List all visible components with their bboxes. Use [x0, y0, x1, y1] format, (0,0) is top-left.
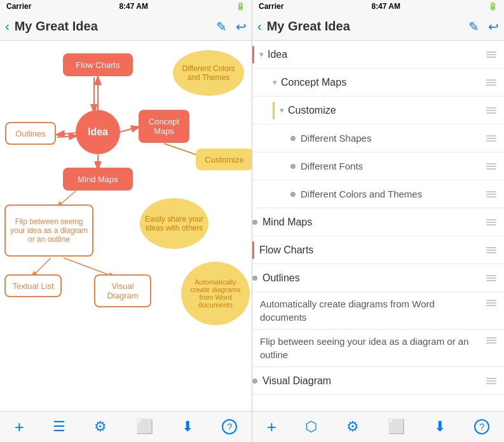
- right-share-button[interactable]: ⬜: [388, 419, 405, 435]
- right-header: ‹ My Great Idea ✎ ↩: [252, 13, 504, 41]
- visual-diagram-node[interactable]: Visual Diagram: [94, 274, 151, 307]
- flowcharts-node[interactable]: Flow Charts: [63, 53, 133, 76]
- help-icon: ?: [227, 422, 232, 432]
- outline-item-outlines[interactable]: Outlines: [252, 264, 504, 292]
- right-time: 8:47 AM: [371, 2, 400, 11]
- drag-handle[interactable]: [486, 337, 496, 344]
- right-back-button[interactable]: ‹: [257, 19, 262, 34]
- left-back-chevron-icon: ‹: [5, 19, 10, 34]
- customize-color-bar: [273, 102, 275, 119]
- outline-item-different-shapes[interactable]: Different Shapes: [252, 124, 504, 152]
- right-battery: 🔋: [488, 2, 498, 11]
- right-back-chevron-icon: ‹: [257, 19, 262, 34]
- right-panel: Carrier 8:47 AM 🔋 ‹ My Great Idea ✎ ↩ ▾ …: [252, 0, 504, 442]
- right-carrier: Carrier: [259, 2, 283, 11]
- right-undo-icon[interactable]: ↩: [488, 19, 499, 34]
- right-help-icon: ?: [479, 422, 484, 432]
- help-button[interactable]: ?: [222, 419, 237, 434]
- idea-text: Idea: [268, 49, 481, 60]
- drag-handle[interactable]: [486, 51, 496, 58]
- right-filter-button[interactable]: ⚙: [346, 419, 359, 435]
- customize-chevron-icon: ▾: [280, 105, 284, 115]
- mindmaps-node[interactable]: Mind Maps: [63, 168, 133, 191]
- concept-maps-text: Concept Maps: [281, 77, 481, 88]
- drag-handle[interactable]: [486, 275, 496, 281]
- svg-line-5: [119, 127, 139, 132]
- idea-node[interactable]: Idea: [76, 110, 120, 154]
- different-shapes-dot: [290, 136, 296, 141]
- svg-line-4: [57, 136, 76, 137]
- auto-create-label: Automatically create diagrams from Word …: [185, 278, 246, 309]
- drag-handle[interactable]: [486, 191, 496, 198]
- textual-list-label: Textual List: [12, 281, 53, 291]
- auto-create-text: Automatically create diagrams from Word …: [260, 298, 435, 323]
- left-time: 8:47 AM: [119, 2, 148, 11]
- flowcharts-label: Flow Charts: [76, 60, 119, 70]
- outline-item-auto-create[interactable]: Automatically create diagrams from Word …: [252, 292, 504, 330]
- drag-handle[interactable]: [486, 247, 496, 253]
- customize-node[interactable]: Customize: [196, 149, 252, 170]
- outline-item-different-fonts[interactable]: Different Fonts: [252, 152, 504, 180]
- visual-diagram-dot: [252, 378, 257, 384]
- outline-item-concept-maps[interactable]: ▾ Concept Maps: [252, 69, 504, 97]
- flip-label: Flip between seeing your idea as a diagr…: [10, 217, 88, 244]
- auto-create-node[interactable]: Automatically create diagrams from Word …: [181, 262, 250, 325]
- textual-list-node[interactable]: Textual List: [4, 274, 62, 297]
- drag-handle[interactable]: [486, 107, 496, 114]
- drag-handle[interactable]: [486, 163, 496, 170]
- concept-maps-node[interactable]: Concept Maps: [139, 110, 189, 143]
- outline-item-flow-charts[interactable]: Flow Charts: [252, 236, 504, 264]
- outline-item-mind-maps[interactable]: Mind Maps: [252, 208, 504, 236]
- outline-item-visual-diagram[interactable]: Visual Diagram: [252, 367, 504, 395]
- outline-item-different-colors[interactable]: Different Colors and Themes: [252, 180, 504, 208]
- left-undo-icon[interactable]: ↩: [236, 19, 247, 34]
- outlines-node[interactable]: Outlines: [5, 122, 56, 145]
- outlines-label: Outlines: [15, 129, 46, 138]
- right-mindmap-button[interactable]: ⬡: [305, 419, 317, 435]
- right-pencil-icon[interactable]: ✎: [468, 19, 479, 34]
- download-button[interactable]: ⬇: [182, 419, 193, 435]
- drag-handle[interactable]: [486, 378, 496, 384]
- outline-item-idea[interactable]: ▾ Idea: [252, 41, 504, 69]
- filter-button[interactable]: ⚙: [94, 419, 107, 435]
- left-pencil-icon[interactable]: ✎: [216, 19, 227, 34]
- drag-handle[interactable]: [486, 300, 496, 306]
- different-colors-node[interactable]: Different Colors and Themes: [173, 50, 244, 96]
- right-add-button[interactable]: +: [267, 417, 276, 437]
- different-colors-label: Different Colors and Themes: [177, 64, 240, 82]
- different-colors-dot: [290, 192, 296, 197]
- right-help-button[interactable]: ?: [474, 419, 489, 434]
- add-button[interactable]: +: [15, 417, 24, 437]
- outline-item-flip[interactable]: Flip between seeing your idea as a diagr…: [252, 330, 504, 367]
- flow-charts-text: Flow Charts: [259, 244, 481, 256]
- flow-charts-color-bar: [252, 241, 254, 259]
- left-header: ‹ My Great Idea ✎ ↩: [0, 13, 252, 41]
- flip-node[interactable]: Flip between seeing your idea as a diagr…: [4, 204, 93, 257]
- mindmaps-label: Mind Maps: [78, 175, 118, 184]
- concept-maps-label: Concept Maps: [149, 117, 179, 136]
- idea-chevron-icon: ▾: [259, 50, 264, 59]
- left-back-button[interactable]: ‹: [5, 19, 10, 34]
- right-toolbar: + ⬡ ⚙ ⬜ ⬇ ?: [252, 411, 504, 442]
- easily-share-node[interactable]: Easily share your ideas with others: [140, 198, 208, 249]
- left-toolbar: + ☰ ⚙ ⬜ ⬇ ?: [0, 411, 252, 442]
- visual-diagram-label: Visual Diagram: [107, 281, 138, 300]
- mind-maps-text: Mind Maps: [262, 217, 481, 228]
- easily-share-label: Easily share your ideas with others: [144, 215, 205, 232]
- different-colors-text: Different Colors and Themes: [301, 189, 481, 199]
- flip-text: Flip between seeing your idea as a diagr…: [260, 336, 469, 360]
- outline-item-customize[interactable]: ▾ Customize: [252, 97, 504, 124]
- drag-handle[interactable]: [486, 135, 496, 142]
- svg-line-3: [57, 133, 76, 135]
- customize-label: Customize: [205, 155, 243, 164]
- outlines-dot: [252, 276, 257, 281]
- drag-handle[interactable]: [486, 219, 496, 225]
- left-panel: Carrier 8:47 AM 🔋 ‹ My Great Idea ✎ ↩: [0, 0, 252, 442]
- share-button[interactable]: ⬜: [136, 419, 153, 435]
- right-download-button[interactable]: ⬇: [434, 419, 446, 435]
- right-nav-title: My Great Idea: [267, 19, 463, 34]
- list-view-button[interactable]: ☰: [53, 419, 65, 435]
- right-nav-icons: ✎ ↩: [468, 19, 499, 34]
- drag-handle[interactable]: [486, 79, 496, 86]
- mind-maps-dot: [252, 220, 257, 225]
